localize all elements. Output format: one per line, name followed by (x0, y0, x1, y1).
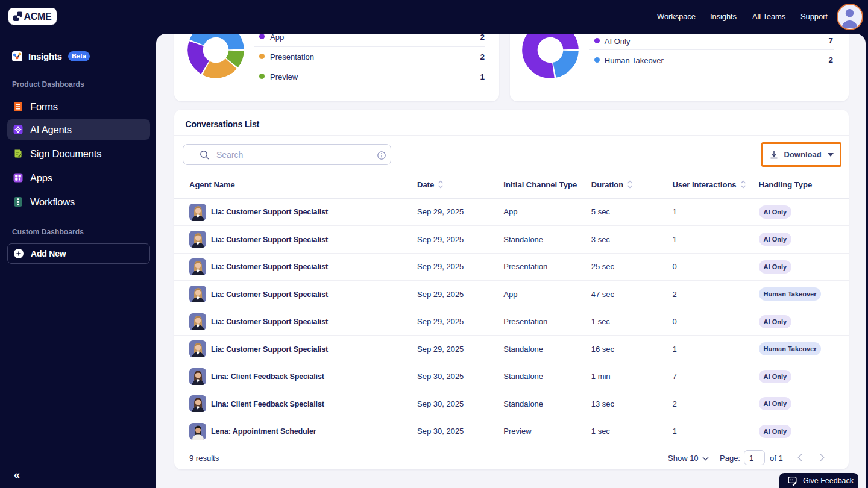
svg-text:ACME: ACME (24, 11, 52, 22)
